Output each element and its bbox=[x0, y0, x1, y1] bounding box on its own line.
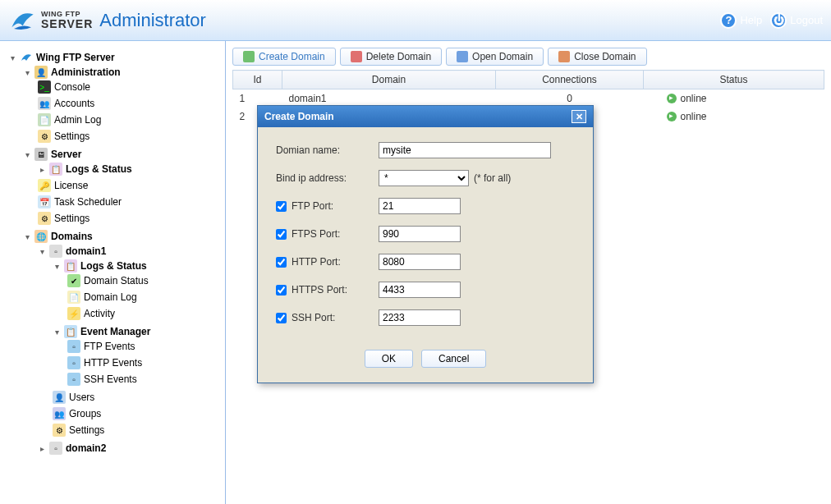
button-label: Delete Domain bbox=[366, 51, 431, 62]
delete-domain-button[interactable]: Delete Domain bbox=[340, 48, 442, 66]
tree-root-label: Wing FTP Server bbox=[36, 52, 115, 63]
delete-icon bbox=[351, 51, 362, 62]
tree-domain-status[interactable]: ✔Domain Status bbox=[67, 274, 221, 287]
toggle-icon[interactable]: ▸ bbox=[38, 165, 46, 173]
tree-logs-status-d1[interactable]: ▾📋Logs & Status bbox=[53, 259, 221, 273]
tree-http-events[interactable]: ▫HTTP Events bbox=[67, 356, 221, 369]
ssh-checkbox[interactable] bbox=[276, 313, 287, 323]
tree-server[interactable]: ▾🖥Server bbox=[23, 148, 221, 161]
button-label: Open Domain bbox=[472, 51, 533, 62]
toggle-icon[interactable]: ▾ bbox=[53, 262, 61, 270]
license-icon: 🔑 bbox=[38, 179, 51, 192]
ftps-checkbox[interactable] bbox=[276, 229, 287, 240]
help-label: Help bbox=[740, 14, 762, 26]
col-domain[interactable]: Domain bbox=[282, 71, 496, 89]
tree-label: domain1 bbox=[66, 245, 106, 257]
tree-root[interactable]: ▾Wing FTP Server bbox=[8, 51, 221, 64]
tree-users[interactable]: 👤Users bbox=[53, 391, 221, 404]
logs-icon: 📋 bbox=[49, 163, 62, 176]
http-label: HTTP Port: bbox=[292, 256, 341, 268]
tree-domain1[interactable]: ▾▫domain1 bbox=[38, 245, 221, 258]
tree-label: Domain Status bbox=[84, 275, 149, 286]
cancel-button[interactable]: Cancel bbox=[421, 350, 486, 368]
tree-ssh-events[interactable]: ▫SSH Events bbox=[67, 373, 221, 386]
bind-ip-select[interactable]: * bbox=[379, 170, 469, 186]
tree-label: Activity bbox=[84, 308, 115, 319]
tree-domains[interactable]: ▾🌐Domains bbox=[23, 230, 221, 243]
https-checkbox[interactable] bbox=[276, 285, 287, 296]
tree-console[interactable]: >_Console bbox=[38, 80, 221, 94]
ssh-port-input[interactable] bbox=[379, 309, 461, 326]
tree-license[interactable]: 🔑License bbox=[38, 179, 221, 192]
button-label: Close Domain bbox=[574, 51, 636, 62]
http-checkbox[interactable] bbox=[276, 257, 287, 268]
open-domain-button[interactable]: Open Domain bbox=[446, 48, 544, 66]
tree-ftp-events[interactable]: ▫FTP Events bbox=[67, 340, 221, 353]
tree-label: Groups bbox=[69, 408, 101, 419]
tree-accounts[interactable]: 👥Accounts bbox=[38, 97, 221, 110]
domain-icon: ▫ bbox=[49, 245, 62, 258]
https-label: HTTPS Port: bbox=[292, 284, 347, 296]
event-icon: ▫ bbox=[67, 340, 80, 353]
dialog-close-button[interactable]: ✕ bbox=[572, 110, 586, 123]
tree-logs-status[interactable]: ▸📋Logs & Status bbox=[38, 163, 221, 176]
tree-task-scheduler[interactable]: 📅Task Scheduler bbox=[38, 195, 221, 208]
logo-text-big: SERVER bbox=[41, 18, 93, 30]
domains-icon: 🌐 bbox=[34, 230, 48, 243]
activity-icon: ⚡ bbox=[67, 307, 80, 320]
tree-settings-d1[interactable]: ⚙Settings bbox=[53, 424, 221, 437]
top-bar: WING FTP SERVER Administrator ? Help ⏻ L… bbox=[0, 0, 831, 41]
online-icon bbox=[667, 94, 677, 103]
ok-button[interactable]: OK bbox=[365, 350, 413, 368]
settings-icon: ⚙ bbox=[38, 212, 51, 225]
tree-administration[interactable]: ▾👤Administration bbox=[23, 66, 221, 79]
status-label: online bbox=[681, 111, 707, 122]
tree-settings[interactable]: ⚙Settings bbox=[38, 130, 221, 143]
col-connections[interactable]: Connections bbox=[496, 71, 644, 89]
tree-event-manager[interactable]: ▾📋Event Manager bbox=[53, 325, 221, 338]
https-port-input[interactable] bbox=[379, 282, 461, 298]
groups-icon: 👥 bbox=[53, 407, 66, 420]
server-icon: 🖥 bbox=[34, 148, 48, 161]
page-title: Administrator bbox=[99, 10, 206, 31]
tree-domain2[interactable]: ▸▫domain2 bbox=[38, 442, 221, 455]
toggle-icon[interactable]: ▾ bbox=[23, 68, 31, 76]
ftps-port-input[interactable] bbox=[379, 226, 461, 242]
online-icon bbox=[667, 112, 677, 121]
toggle-icon[interactable]: ▾ bbox=[8, 53, 16, 62]
status-icon: ✔ bbox=[67, 274, 80, 287]
toggle-icon[interactable]: ▾ bbox=[38, 247, 46, 255]
tree-domain-log[interactable]: 📄Domain Log bbox=[67, 291, 221, 304]
tree-groups[interactable]: 👥Groups bbox=[53, 407, 221, 420]
col-status[interactable]: Status bbox=[644, 71, 824, 89]
domain-name-input[interactable] bbox=[379, 142, 551, 158]
dialog-titlebar[interactable]: Create Domain ✕ bbox=[258, 106, 593, 127]
help-icon: ? bbox=[720, 12, 737, 29]
tree-label: Event Manager bbox=[80, 326, 150, 337]
content-area: Create Domain Delete Domain Open Domain … bbox=[226, 41, 831, 504]
logout-link[interactable]: ⏻ Logout bbox=[770, 12, 823, 29]
wing-icon bbox=[20, 51, 33, 64]
tree-label: Logs & Status bbox=[66, 163, 132, 175]
ftp-port-input[interactable] bbox=[379, 198, 461, 214]
create-domain-button[interactable]: Create Domain bbox=[232, 48, 336, 66]
tree-settings-server[interactable]: ⚙Settings bbox=[38, 212, 221, 225]
col-id[interactable]: Id bbox=[233, 71, 282, 89]
close-domain-button[interactable]: Close Domain bbox=[548, 48, 646, 66]
tree-label: Console bbox=[54, 81, 90, 93]
ftp-checkbox[interactable] bbox=[276, 201, 287, 212]
toggle-icon[interactable]: ▸ bbox=[38, 444, 46, 452]
toggle-icon[interactable]: ▾ bbox=[23, 150, 31, 158]
toggle-icon[interactable]: ▾ bbox=[23, 232, 31, 241]
tree-activity[interactable]: ⚡Activity bbox=[67, 307, 221, 320]
task-icon: 📅 bbox=[38, 195, 51, 208]
http-port-input[interactable] bbox=[379, 254, 461, 270]
logs-icon: 📋 bbox=[64, 259, 77, 273]
toggle-icon[interactable]: ▾ bbox=[53, 328, 61, 336]
help-link[interactable]: ? Help bbox=[720, 12, 762, 29]
tree-label: HTTP Events bbox=[84, 357, 142, 369]
log-icon: 📄 bbox=[67, 291, 80, 304]
tree-admin-log[interactable]: 📄Admin Log bbox=[38, 113, 221, 126]
tree-label: Logs & Status bbox=[80, 260, 147, 272]
tree-label: Users bbox=[69, 392, 94, 403]
